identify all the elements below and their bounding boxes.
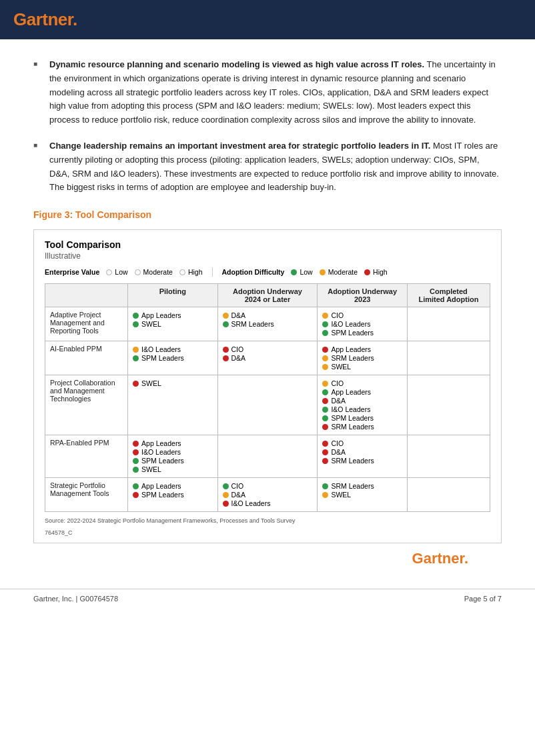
dot-green bbox=[322, 415, 328, 421]
dot-green bbox=[223, 321, 229, 327]
row-item-text: I&O Leaders bbox=[231, 499, 271, 507]
row-item-text: CIO bbox=[231, 482, 244, 490]
dot-red bbox=[322, 347, 328, 353]
row-item-text: I&O Leaders bbox=[331, 405, 370, 413]
row-item-text: SPM Leaders bbox=[141, 354, 184, 362]
row-1-completed bbox=[407, 341, 490, 375]
row-item: I&O Leaders bbox=[322, 320, 402, 328]
ev-high: High bbox=[179, 268, 203, 276]
row-item: SRM Leaders bbox=[322, 482, 402, 490]
row-item-text: SWEL bbox=[141, 465, 161, 473]
ad-low-dot bbox=[291, 269, 297, 275]
row-item-text: CIO bbox=[331, 311, 344, 319]
ev-high-dot bbox=[179, 269, 185, 275]
row-2-piloting: SWEL bbox=[128, 375, 217, 435]
ev-moderate: Moderate bbox=[135, 268, 173, 276]
ad-moderate: Moderate bbox=[320, 268, 358, 276]
row-item-text: SRM Leaders bbox=[331, 482, 374, 490]
comparison-table: Piloting Adoption Underway2024 or Later … bbox=[45, 283, 490, 512]
row-label-0: Adaptive Project Management and Reportin… bbox=[45, 307, 128, 341]
ev-mod-dot bbox=[135, 269, 141, 275]
row-0-completed bbox=[407, 307, 490, 341]
dot-orange bbox=[322, 492, 328, 498]
ad-mod-label: Moderate bbox=[328, 268, 358, 276]
bullet-icon-2: ■ bbox=[33, 141, 40, 195]
table-row: Adaptive Project Management and Reportin… bbox=[45, 307, 490, 341]
row-item-text: SRM Leaders bbox=[231, 320, 274, 328]
ev-low: Low bbox=[106, 268, 127, 276]
gartner-logo: Gartner. bbox=[13, 9, 77, 30]
row-item: D&A bbox=[322, 448, 402, 456]
bullet-icon-1: ■ bbox=[33, 60, 40, 127]
row-item: CIO bbox=[322, 311, 402, 319]
table-row: Strategic Portfolio Management ToolsApp … bbox=[45, 478, 490, 512]
row-item: SRM Leaders bbox=[322, 457, 402, 465]
row-1-au2024: CIOD&A bbox=[217, 341, 318, 375]
dot-green bbox=[322, 321, 328, 327]
bullet-2: ■ Change leadership remains an important… bbox=[33, 139, 502, 195]
row-item: CIO bbox=[322, 379, 402, 387]
legend-row: Enterprise Value Low Moderate High Adopt… bbox=[45, 267, 490, 277]
row-item-text: I&O Leaders bbox=[141, 448, 181, 456]
row-item-text: I&O Leaders bbox=[141, 345, 181, 353]
footer-left: Gartner, Inc. | G00764578 bbox=[33, 595, 118, 603]
chart-title: Tool Comparison bbox=[45, 239, 490, 250]
row-item-text: D&A bbox=[331, 397, 346, 405]
dot-green bbox=[133, 355, 139, 361]
ev-low-label: Low bbox=[115, 268, 127, 276]
col-header-empty bbox=[45, 284, 128, 307]
row-item-text: SWEL bbox=[141, 379, 161, 387]
row-4-au2024: CIOD&AI&O Leaders bbox=[217, 478, 318, 512]
row-1-piloting: I&O LeadersSPM Leaders bbox=[128, 341, 217, 375]
dot-green bbox=[133, 321, 139, 327]
dot-red bbox=[322, 398, 328, 404]
row-item-text: SPM Leaders bbox=[141, 457, 184, 465]
row-item-text: SWEL bbox=[331, 363, 351, 371]
row-item: D&A bbox=[223, 354, 313, 362]
row-3-piloting: App LeadersI&O LeadersSPM LeadersSWEL bbox=[128, 435, 217, 478]
row-item-text: CIO bbox=[331, 379, 344, 387]
dot-green bbox=[322, 330, 328, 336]
row-item: D&A bbox=[223, 311, 313, 319]
col-header-au2023: Adoption Underway2023 bbox=[318, 284, 407, 307]
dot-green bbox=[133, 467, 139, 473]
row-item: SPM Leaders bbox=[322, 329, 402, 337]
bullet-1: ■ Dynamic resource planning and scenario… bbox=[33, 58, 502, 127]
row-item: App Leaders bbox=[322, 388, 402, 396]
page-header: Gartner. bbox=[0, 0, 535, 39]
row-item: App Leaders bbox=[322, 345, 402, 353]
bullet-text-1: Dynamic resource planning and scenario m… bbox=[49, 58, 502, 127]
adoption-difficulty-label: Adoption Difficulty bbox=[222, 268, 285, 276]
row-item-text: SPM Leaders bbox=[331, 414, 374, 422]
dot-orange bbox=[322, 381, 328, 387]
dot-green bbox=[322, 407, 328, 413]
row-item: SWEL bbox=[322, 491, 402, 499]
row-item-text: D&A bbox=[231, 354, 246, 362]
footer-right: Page 5 of 7 bbox=[464, 595, 502, 603]
chart-subtitle: Illustrative bbox=[45, 251, 490, 261]
row-item-text: D&A bbox=[231, 311, 246, 319]
ad-high-dot bbox=[364, 269, 370, 275]
row-item-text: App Leaders bbox=[141, 311, 181, 319]
row-0-au2023: CIOI&O LeadersSPM Leaders bbox=[318, 307, 407, 341]
row-item: CIO bbox=[223, 482, 313, 490]
dot-red bbox=[322, 441, 328, 447]
table-row: AI-Enabled PPMI&O LeadersSPM LeadersCIOD… bbox=[45, 341, 490, 375]
col-header-au2024: Adoption Underway2024 or Later bbox=[217, 284, 318, 307]
figure-title: Figure 3: Tool Comparison bbox=[33, 209, 502, 220]
row-item: SPM Leaders bbox=[133, 457, 212, 465]
dot-red bbox=[322, 449, 328, 455]
row-item: App Leaders bbox=[133, 311, 212, 319]
dot-red bbox=[322, 424, 328, 430]
ev-mod-label: Moderate bbox=[143, 268, 173, 276]
row-item: CIO bbox=[322, 439, 402, 447]
row-2-au2023: CIOApp LeadersD&AI&O LeadersSPM LeadersS… bbox=[318, 375, 407, 435]
ev-high-label: High bbox=[188, 268, 203, 276]
row-item-text: SRM Leaders bbox=[331, 457, 374, 465]
row-item-text: App Leaders bbox=[331, 345, 371, 353]
row-2-completed bbox=[407, 375, 490, 435]
row-item: SRM Leaders bbox=[322, 354, 402, 362]
ev-low-dot bbox=[106, 269, 112, 275]
chart-container: Tool Comparison Illustrative Enterprise … bbox=[33, 229, 502, 543]
dot-green bbox=[133, 458, 139, 464]
